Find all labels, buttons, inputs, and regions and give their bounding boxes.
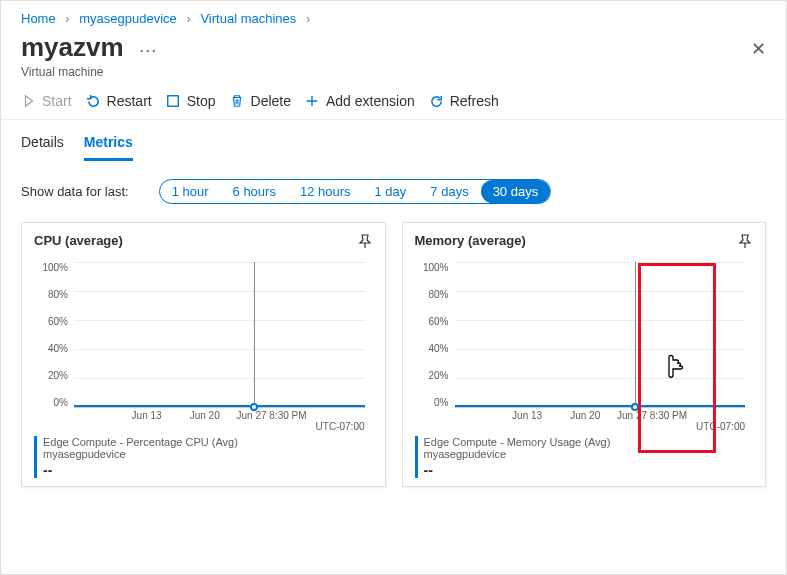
stop-icon xyxy=(166,94,181,109)
cpu-chart-card: CPU (average) 100% 80% 60% 40% 20% 0% Ju xyxy=(21,222,386,487)
pin-icon[interactable] xyxy=(357,233,373,252)
chevron-right-icon: › xyxy=(65,11,69,26)
add-extension-button[interactable]: Add extension xyxy=(305,93,415,109)
restart-icon xyxy=(86,94,101,109)
svg-rect-0 xyxy=(168,96,179,107)
breadcrumb-vms[interactable]: Virtual machines xyxy=(200,11,296,26)
cpu-card-title: CPU (average) xyxy=(34,233,123,252)
trash-icon xyxy=(230,94,245,109)
start-button: Start xyxy=(21,93,72,109)
command-bar: Start Restart Stop Delete Add extension … xyxy=(1,83,786,120)
breadcrumb-home[interactable]: Home xyxy=(21,11,56,26)
page-subtitle: Virtual machine xyxy=(21,65,751,79)
chevron-right-icon: › xyxy=(186,11,190,26)
cpu-legend: Edge Compute - Percentage CPU (Avg) myas… xyxy=(34,436,373,478)
time-range-1d[interactable]: 1 day xyxy=(363,180,419,203)
restart-button[interactable]: Restart xyxy=(86,93,152,109)
stop-button[interactable]: Stop xyxy=(166,93,216,109)
refresh-button[interactable]: Refresh xyxy=(429,93,499,109)
tab-metrics[interactable]: Metrics xyxy=(84,134,133,161)
time-range-label: Show data for last: xyxy=(21,184,129,199)
cpu-chart[interactable]: 100% 80% 60% 40% 20% 0% Jun 13 Jun 20 Ju… xyxy=(34,262,373,432)
pin-icon[interactable] xyxy=(737,233,753,252)
time-range-30d[interactable]: 30 days xyxy=(481,180,551,203)
time-range-7d[interactable]: 7 days xyxy=(418,180,480,203)
tab-details[interactable]: Details xyxy=(21,134,64,161)
page-title: myazvm xyxy=(21,32,124,63)
annotation-highlight xyxy=(638,263,716,453)
delete-button[interactable]: Delete xyxy=(230,93,291,109)
close-icon[interactable]: ✕ xyxy=(751,38,766,60)
more-actions-icon[interactable]: ··· xyxy=(139,40,157,60)
plus-icon xyxy=(305,94,320,109)
time-range-selector: 1 hour 6 hours 12 hours 1 day 7 days 30 … xyxy=(159,179,552,204)
tab-bar: Details Metrics xyxy=(1,120,786,161)
time-range-6h[interactable]: 6 hours xyxy=(221,180,288,203)
chevron-right-icon: › xyxy=(306,11,310,26)
time-range-1h[interactable]: 1 hour xyxy=(160,180,221,203)
breadcrumb: Home › myasegpudevice › Virtual machines… xyxy=(1,1,786,32)
memory-card-title: Memory (average) xyxy=(415,233,526,252)
play-icon xyxy=(21,94,36,109)
time-range-12h[interactable]: 12 hours xyxy=(288,180,363,203)
refresh-icon xyxy=(429,94,444,109)
memory-chart-card: Memory (average) 100% 80% 60% 40% 20% 0% xyxy=(402,222,767,487)
breadcrumb-device[interactable]: myasegpudevice xyxy=(79,11,177,26)
